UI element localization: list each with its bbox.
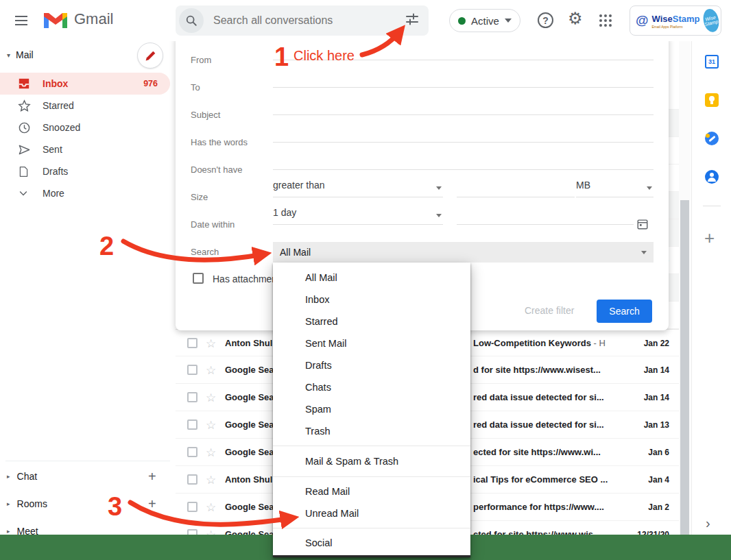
- email-subject: red data issue detected for si...: [473, 392, 631, 402]
- to-field[interactable]: [273, 70, 654, 88]
- star-icon[interactable]: ☆: [206, 363, 216, 378]
- sidebar-item-drafts[interactable]: Drafts: [0, 160, 170, 182]
- from-field[interactable]: [273, 42, 654, 60]
- calendar-icon[interactable]: 31: [705, 55, 719, 69]
- gmail-m-icon: [44, 10, 67, 28]
- wisestamp-avatar[interactable]: Wise Stamp: [701, 8, 720, 34]
- date-field[interactable]: [457, 207, 634, 225]
- star-icon[interactable]: ☆: [206, 418, 216, 433]
- dropdown-item-mail-spam-trash[interactable]: Mail & Spam & Trash: [273, 450, 470, 473]
- has-words-field[interactable]: [273, 125, 654, 143]
- email-checkbox[interactable]: [187, 474, 197, 485]
- sidebar-item-inbox[interactable]: Inbox 976: [0, 73, 170, 95]
- dropdown-item-sent-mail[interactable]: Sent Mail: [273, 332, 470, 354]
- email-date: Jan 14: [644, 393, 669, 402]
- dropdown-item-drafts[interactable]: Drafts: [273, 354, 470, 376]
- email-subject: d for site https://www.wisest...: [473, 365, 631, 375]
- to-label: To: [191, 82, 200, 93]
- status-selector[interactable]: Active: [449, 9, 520, 32]
- email-checkbox[interactable]: [187, 447, 197, 457]
- compose-button[interactable]: [137, 42, 163, 69]
- dropdown-item-unread-mail[interactable]: Unread Mail: [273, 502, 470, 524]
- email-date: Jan 13: [644, 420, 669, 430]
- email-sender: Anton Shul: [225, 338, 280, 348]
- size-operator-select[interactable]: greater than: [273, 180, 443, 197]
- search-scope-select[interactable]: All Mail: [273, 242, 654, 263]
- sidebar-item-label: More: [43, 188, 64, 199]
- dropdown-item-inbox[interactable]: Inbox: [273, 289, 470, 311]
- create-filter-button[interactable]: Create filter: [525, 305, 574, 316]
- size-unit-select[interactable]: MB: [576, 180, 654, 197]
- star-icon[interactable]: ☆: [206, 391, 216, 405]
- calendar-picker-icon[interactable]: [636, 218, 649, 233]
- dropdown-item-trash[interactable]: Trash: [273, 420, 470, 442]
- chevron-right-icon: ▸: [7, 500, 10, 507]
- search-icon[interactable]: [179, 8, 204, 33]
- wisestamp-tagline: Email Apps Platform: [652, 25, 700, 29]
- gmail-logo[interactable]: Gmail: [44, 10, 113, 28]
- email-checkbox[interactable]: [187, 419, 197, 430]
- email-checkbox[interactable]: [187, 392, 197, 402]
- sidebar-item-label: Starred: [43, 100, 74, 111]
- has-attachment-checkbox[interactable]: [193, 273, 204, 284]
- sidebar-item-label: Inbox: [43, 78, 68, 89]
- right-app-sidebar: 31 + ›: [691, 41, 731, 535]
- search-scope-label: Search: [191, 247, 219, 257]
- size-value-field[interactable]: [457, 180, 575, 197]
- add-addon-button[interactable]: +: [704, 228, 715, 249]
- scrollbar-track[interactable]: [679, 41, 691, 535]
- add-chat-button[interactable]: +: [148, 469, 156, 485]
- dropdown-item-read-mail[interactable]: Read Mail: [273, 480, 470, 502]
- size-unit-value: MB: [576, 180, 590, 191]
- dropdown-item-spam[interactable]: Spam: [273, 398, 470, 420]
- sidebar-section-rooms[interactable]: ▸ Rooms +: [0, 494, 176, 514]
- dropdown-item-social[interactable]: Social: [273, 532, 470, 554]
- date-within-select[interactable]: 1 day: [273, 207, 443, 225]
- sidebar-section-meet[interactable]: ▸ Meet: [0, 521, 176, 541]
- wisestamp-extension[interactable]: @ WiseStamp Email Apps Platform Wise Sta…: [630, 5, 721, 36]
- inbox-unread-count: 976: [143, 79, 158, 88]
- star-icon[interactable]: ☆: [206, 337, 216, 351]
- star-icon[interactable]: ☆: [206, 500, 216, 515]
- email-subject: Low-Competition Keywords - H: [473, 338, 631, 348]
- dropdown-item-all-mail[interactable]: All Mail: [273, 267, 470, 289]
- star-icon[interactable]: ☆: [206, 446, 216, 460]
- contacts-icon[interactable]: [705, 170, 719, 184]
- add-room-button[interactable]: +: [148, 496, 156, 512]
- search-input[interactable]: [204, 14, 405, 27]
- chevron-down-icon: [18, 188, 32, 199]
- tasks-icon[interactable]: [705, 132, 719, 145]
- date-within-value: 1 day: [273, 207, 296, 218]
- keep-icon[interactable]: [705, 93, 719, 107]
- email-checkbox[interactable]: [187, 338, 197, 348]
- help-icon[interactable]: ?: [538, 12, 553, 28]
- email-checkbox[interactable]: [187, 365, 197, 375]
- chevron-right-icon[interactable]: ›: [706, 515, 710, 531]
- chevron-right-icon: ▸: [7, 473, 10, 480]
- has-words-label: Has the words: [191, 137, 248, 147]
- subject-field[interactable]: [273, 97, 654, 115]
- mail-section-header[interactable]: ▾ Mail: [7, 49, 34, 60]
- scrollbar-thumb[interactable]: [680, 200, 689, 535]
- search-submit-button[interactable]: Search: [597, 300, 652, 323]
- email-sender: Google Sea: [225, 419, 280, 430]
- email-sender: Google Sea: [225, 502, 280, 512]
- sidebar-item-snoozed[interactable]: Snoozed: [0, 117, 170, 138]
- hamburger-menu-icon[interactable]: [15, 13, 32, 28]
- status-label: Active: [471, 15, 499, 27]
- doesnt-have-field[interactable]: [273, 152, 654, 170]
- search-options-tune-icon[interactable]: [405, 12, 419, 29]
- sidebar-item-sent[interactable]: Sent: [0, 138, 170, 160]
- star-icon[interactable]: ☆: [206, 473, 216, 487]
- email-checkbox[interactable]: [187, 502, 197, 512]
- email-subject: red data issue detected for si...: [473, 419, 631, 430]
- settings-gear-icon[interactable]: ⚙: [568, 10, 583, 27]
- search-bar[interactable]: [176, 5, 429, 36]
- gmail-window: Gmail Active ? ⚙ @: [0, 0, 731, 560]
- dropdown-item-chats[interactable]: Chats: [273, 376, 470, 398]
- google-apps-grid-icon[interactable]: [599, 14, 613, 28]
- dropdown-item-starred[interactable]: Starred: [273, 311, 470, 332]
- sidebar-item-starred[interactable]: Starred: [0, 95, 170, 117]
- sidebar-section-chat[interactable]: ▸ Chat +: [0, 466, 176, 487]
- sidebar-item-more[interactable]: More: [0, 182, 170, 204]
